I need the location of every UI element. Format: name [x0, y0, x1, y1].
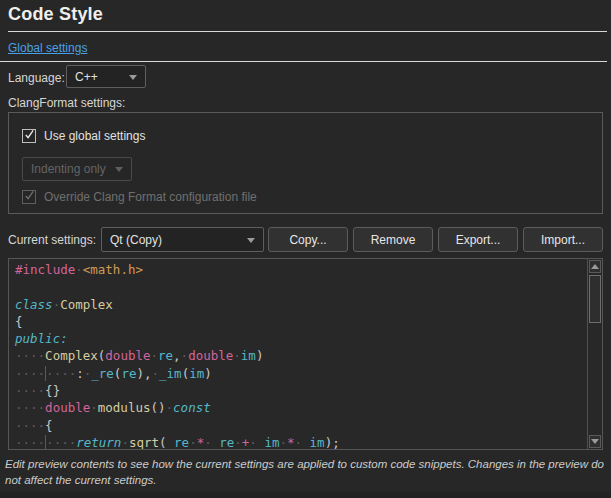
arrow-up-icon	[591, 264, 599, 269]
code-line: public:	[15, 330, 587, 347]
current-settings-value: Qt (Copy)	[110, 233, 162, 247]
vertical-scrollbar[interactable]	[587, 259, 602, 449]
import-button[interactable]: Import...	[523, 227, 603, 252]
export-button[interactable]: Export...	[438, 227, 518, 252]
override-clangformat-label: Override Clang Format configuration file	[44, 190, 257, 204]
language-dropdown[interactable]: C++	[66, 65, 146, 88]
code-preview-editor[interactable]: #include·<math.h> class·Complex{public:·…	[8, 258, 603, 450]
code-line: ········:·_re(re),·_im(im)	[15, 365, 587, 382]
clangformat-mode-value: Indenting only	[31, 162, 106, 176]
chevron-down-icon	[247, 238, 255, 243]
code-line: ····{	[15, 417, 587, 434]
bottom-edge	[0, 492, 611, 498]
page-title: Code Style	[8, 4, 103, 25]
scroll-down-button[interactable]	[589, 435, 601, 448]
code-line: class·Complex	[15, 296, 587, 313]
check-icon	[24, 189, 35, 202]
checkbox-box[interactable]	[22, 190, 36, 204]
global-settings-link[interactable]: Global settings	[8, 41, 87, 55]
current-settings-label: Current settings:	[8, 233, 96, 247]
link-separator	[0, 61, 607, 62]
current-settings-dropdown[interactable]: Qt (Copy)	[101, 227, 264, 252]
code-line: ····Complex(double·re,·double·im)	[15, 347, 587, 364]
use-global-settings-label: Use global settings	[44, 129, 145, 143]
use-global-settings-checkbox[interactable]: Use global settings	[22, 129, 145, 143]
code-line: {	[15, 313, 587, 330]
override-clangformat-checkbox[interactable]: Override Clang Format configuration file	[22, 190, 257, 204]
scrollbar-thumb[interactable]	[589, 275, 601, 323]
code-line: #include·<math.h>	[15, 261, 587, 278]
remove-button[interactable]: Remove	[353, 227, 433, 252]
code-line: ········return·sqrt(_re·*·_re·+·_im·*·_i…	[15, 434, 587, 450]
code-style-settings-page: Code Style Global settings Language: C++…	[0, 0, 611, 498]
code-line: ····{}	[15, 382, 587, 399]
chevron-down-icon	[129, 75, 137, 80]
arrow-down-icon	[591, 439, 599, 444]
checkbox-box[interactable]	[22, 129, 36, 143]
clangformat-mode-dropdown[interactable]: Indenting only	[22, 157, 132, 181]
code-lines[interactable]: #include·<math.h> class·Complex{public:·…	[9, 259, 587, 449]
chevron-down-icon	[115, 167, 123, 172]
footer-note: Edit preview contents to see how the cur…	[5, 456, 607, 488]
scroll-up-button[interactable]	[589, 260, 601, 273]
copy-button[interactable]: Copy...	[268, 227, 348, 252]
title-separator	[8, 31, 607, 32]
language-label: Language:	[8, 71, 65, 85]
code-line: ····double·modulus()·const	[15, 399, 587, 416]
clangformat-section-label: ClangFormat settings:	[8, 96, 125, 110]
check-icon	[24, 128, 35, 141]
language-dropdown-value: C++	[75, 70, 98, 84]
code-line	[15, 278, 587, 295]
